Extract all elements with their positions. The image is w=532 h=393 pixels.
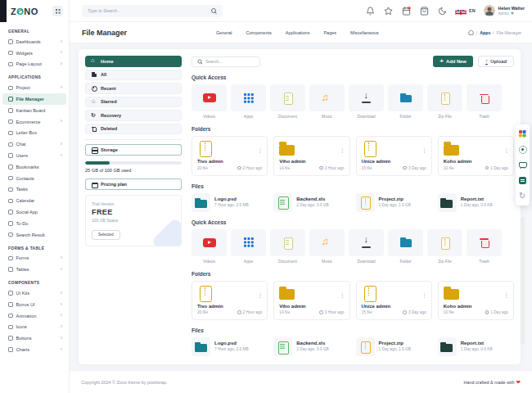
user-menu[interactable]: Helen Walter Admin <box>484 5 525 16</box>
storage-button[interactable]: Storage <box>85 144 182 156</box>
global-search[interactable] <box>82 5 223 17</box>
quick-access-download[interactable] <box>349 229 384 256</box>
quick-access-document[interactable] <box>270 229 305 256</box>
more-options-icon[interactable] <box>257 141 262 156</box>
folder-card[interactable]: Unice admin 15 file 3 Day ago <box>356 281 432 321</box>
buy-cart-icon[interactable] <box>518 160 527 169</box>
sidebar-item[interactable]: To-Do <box>0 218 69 229</box>
header-nav-link[interactable]: General <box>216 30 232 35</box>
sidebar-item[interactable]: Project › <box>0 82 69 93</box>
header-nav-link[interactable]: Miscellaneous <box>350 30 379 35</box>
folder-card[interactable]: Viho admin 14 file 3 Hour ago <box>273 281 349 321</box>
moon-icon[interactable] <box>437 6 447 16</box>
settings-gear-icon[interactable] <box>518 145 527 154</box>
more-options-icon[interactable] <box>422 141 426 156</box>
sidebar-item[interactable]: Contacts <box>0 173 69 184</box>
file-card[interactable]: Project.zip 1 Day ago, 1.9 GB <box>356 193 432 212</box>
sidebar-item[interactable]: UI Kits › <box>0 287 69 299</box>
file-card[interactable]: Report.txt 1 Day ago, 0.9 KB <box>438 337 514 356</box>
file-card[interactable]: Project.zip 1 Day ago, 1.9 GB <box>356 337 432 356</box>
quick-access-apps[interactable] <box>231 229 266 256</box>
fm-nav-all[interactable]: All <box>85 70 182 81</box>
check-document-icon[interactable] <box>518 176 527 185</box>
global-search-input[interactable] <box>88 8 207 13</box>
calendar-notification-icon[interactable] <box>401 6 411 16</box>
sidebar-item[interactable]: Tasks <box>0 184 69 196</box>
more-options-icon[interactable] <box>257 286 262 300</box>
breadcrumb-link[interactable]: Apps <box>480 30 490 35</box>
sidebar-item[interactable]: Page Layout › <box>0 59 69 70</box>
pricing-plan-button[interactable]: Pricing plan <box>85 178 182 190</box>
fm-nav-recent[interactable]: Recent <box>85 83 182 94</box>
file-card[interactable]: Logo.psd 7 Hour ago, 2.0 MB <box>192 337 268 356</box>
quick-access-document[interactable] <box>270 84 305 111</box>
header-nav-link[interactable]: Applications <box>286 30 310 35</box>
more-options-icon[interactable] <box>422 286 426 300</box>
sidebar-item[interactable]: Bookmarks <box>0 161 69 173</box>
scrollbar[interactable] <box>521 217 525 344</box>
quick-access-videos[interactable] <box>192 229 227 256</box>
star-icon[interactable] <box>383 6 393 16</box>
fm-nav-recovery[interactable]: Recovery <box>85 110 182 121</box>
quick-access-trash[interactable] <box>467 84 502 111</box>
sidebar-item[interactable]: Tables › <box>0 264 69 275</box>
sidebar-item[interactable]: Calendar <box>0 195 69 206</box>
sidebar-item[interactable]: Dashboards › <box>0 36 69 47</box>
notification-bell-icon[interactable] <box>365 6 375 16</box>
file-card[interactable]: Backend.xls 2 Day ago, 3.0 GB <box>273 193 349 212</box>
sidebar-item[interactable]: Chat › <box>0 138 69 150</box>
fm-nav-deleted[interactable]: Deleted <box>85 124 182 135</box>
sidebar-toggle-icon[interactable] <box>52 6 63 16</box>
quick-access-music[interactable] <box>309 84 345 111</box>
sidebar-item[interactable]: Animation › <box>0 310 69 322</box>
more-options-icon[interactable] <box>340 286 345 300</box>
folder-card[interactable]: Tivo admin 20 file 2 Hour ago <box>192 281 268 321</box>
home-icon[interactable] <box>468 29 474 35</box>
sidebar-item[interactable]: Icons › <box>0 322 69 333</box>
sidebar-item[interactable]: Kanban Board <box>0 105 69 116</box>
sidebar-item[interactable]: Ecommerce › <box>0 116 69 128</box>
cart-icon[interactable] <box>419 6 429 16</box>
more-options-icon[interactable] <box>503 141 508 156</box>
sidebar-item[interactable]: Social App <box>0 206 69 218</box>
file-card[interactable]: Backend.xls 2 Day ago, 3.0 GB <box>273 337 349 356</box>
sidebar-item[interactable]: Search Result <box>0 229 69 241</box>
folder-card[interactable]: Tivo admin 20 file 2 Hour ago <box>192 136 268 176</box>
folder-card[interactable]: Koho admin 10 file 1 Day ago <box>438 281 514 321</box>
sidebar-item[interactable]: File Manager <box>2 93 66 105</box>
fm-nav-starred[interactable]: Starred <box>85 97 182 108</box>
file-search[interactable] <box>192 56 260 67</box>
file-card[interactable]: Logo.psd 7 Hour ago, 2.0 MB <box>192 193 268 212</box>
more-options-icon[interactable] <box>503 286 508 300</box>
sidebar-item[interactable]: Letter Box <box>0 128 69 139</box>
language-selector[interactable]: EN <box>455 7 476 15</box>
header-nav-link[interactable]: Components <box>246 30 272 35</box>
quick-access-trash[interactable] <box>467 229 502 256</box>
quick-access-download[interactable] <box>349 84 384 111</box>
brand-logo[interactable]: ZONO <box>11 7 38 16</box>
search-icon[interactable] <box>210 7 217 14</box>
file-search-input[interactable] <box>205 59 255 64</box>
quick-access-videos[interactable] <box>192 84 227 111</box>
quick-access-apps[interactable] <box>231 84 266 111</box>
sidebar-item[interactable]: Users › <box>0 150 69 161</box>
sidebar-item[interactable]: Bonus UI › <box>0 299 69 310</box>
quick-access-music[interactable] <box>309 229 345 256</box>
more-options-icon[interactable] <box>340 141 345 156</box>
sidebar-item[interactable]: Forms › <box>0 253 69 264</box>
folder-card[interactable]: Unice admin 15 file 3 Day ago <box>356 136 432 176</box>
header-nav-link[interactable]: Pages <box>323 30 336 35</box>
quick-access-zip-file[interactable] <box>427 229 462 256</box>
folder-card[interactable]: Koho admin 10 file 1 Day ago <box>438 136 514 176</box>
file-card[interactable]: Report.txt 1 Day ago, 0.9 KB <box>438 193 514 212</box>
quick-access-zip-file[interactable] <box>427 84 462 111</box>
color-palette-icon[interactable] <box>518 129 527 138</box>
sidebar-item[interactable]: Buttons › <box>0 332 69 344</box>
quick-access-folder[interactable] <box>388 84 423 111</box>
add-new-button[interactable]: Add New <box>433 56 472 67</box>
sidebar-item[interactable]: Charts › <box>0 344 69 355</box>
selected-plan-button[interactable]: Selected <box>92 230 120 240</box>
refresh-icon[interactable] <box>518 192 527 201</box>
sidebar-item[interactable]: Widgets › <box>0 47 69 59</box>
upload-button[interactable]: Upload <box>478 56 514 67</box>
